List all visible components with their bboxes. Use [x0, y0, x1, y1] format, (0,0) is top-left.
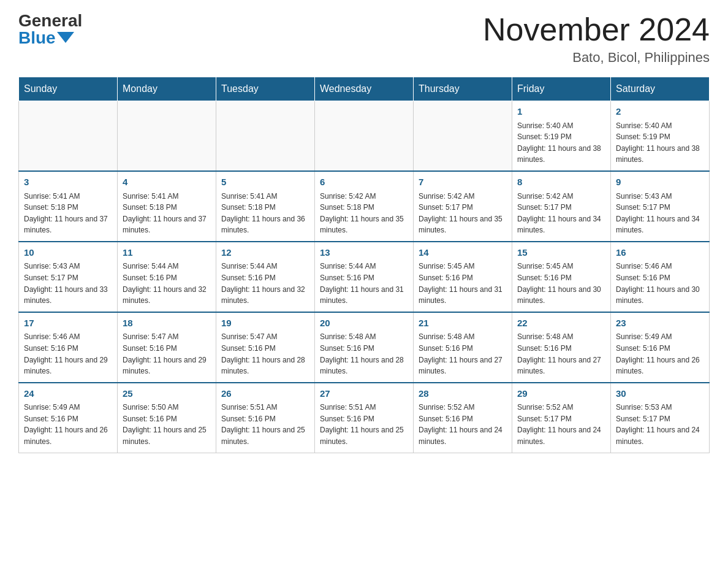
calendar-header-monday: Monday — [118, 77, 216, 101]
calendar-cell: 9Sunrise: 5:43 AM Sunset: 5:17 PM Daylig… — [611, 171, 710, 242]
logo: General Blue — [18, 12, 82, 47]
day-number: 30 — [616, 387, 704, 401]
calendar-cell: 17Sunrise: 5:46 AM Sunset: 5:16 PM Dayli… — [19, 312, 118, 383]
day-number: 6 — [320, 175, 408, 190]
calendar-cell: 13Sunrise: 5:44 AM Sunset: 5:16 PM Dayli… — [315, 242, 414, 312]
calendar-cell: 20Sunrise: 5:48 AM Sunset: 5:16 PM Dayli… — [315, 312, 414, 383]
calendar-cell: 1Sunrise: 5:40 AM Sunset: 5:19 PM Daylig… — [512, 101, 611, 171]
day-number: 1 — [517, 105, 605, 119]
logo-arrow-icon — [57, 32, 74, 43]
calendar-cell: 4Sunrise: 5:41 AM Sunset: 5:18 PM Daylig… — [118, 171, 216, 242]
calendar-cell: 12Sunrise: 5:44 AM Sunset: 5:16 PM Dayli… — [216, 242, 315, 312]
day-info: Sunrise: 5:45 AM Sunset: 5:16 PM Dayligh… — [419, 261, 507, 306]
day-number: 26 — [221, 387, 309, 401]
calendar-cell: 6Sunrise: 5:42 AM Sunset: 5:18 PM Daylig… — [315, 171, 414, 242]
day-info: Sunrise: 5:44 AM Sunset: 5:16 PM Dayligh… — [123, 261, 211, 306]
calendar-cell: 2Sunrise: 5:40 AM Sunset: 5:19 PM Daylig… — [611, 101, 710, 171]
calendar-cell: 14Sunrise: 5:45 AM Sunset: 5:16 PM Dayli… — [414, 242, 512, 312]
day-info: Sunrise: 5:48 AM Sunset: 5:16 PM Dayligh… — [517, 331, 605, 377]
calendar-cell: 3Sunrise: 5:41 AM Sunset: 5:18 PM Daylig… — [19, 171, 118, 242]
calendar-header-wednesday: Wednesday — [315, 77, 414, 101]
calendar-week-3: 10Sunrise: 5:43 AM Sunset: 5:17 PM Dayli… — [19, 242, 710, 312]
day-info: Sunrise: 5:42 AM Sunset: 5:17 PM Dayligh… — [517, 191, 605, 236]
day-info: Sunrise: 5:40 AM Sunset: 5:19 PM Dayligh… — [517, 120, 605, 166]
day-number: 15 — [517, 246, 605, 260]
day-number: 13 — [320, 246, 408, 260]
calendar-table: SundayMondayTuesdayWednesdayThursdayFrid… — [18, 77, 710, 453]
calendar-cell: 26Sunrise: 5:51 AM Sunset: 5:16 PM Dayli… — [216, 383, 315, 453]
day-info: Sunrise: 5:41 AM Sunset: 5:18 PM Dayligh… — [221, 191, 309, 236]
calendar-header-tuesday: Tuesday — [216, 77, 315, 101]
calendar-cell: 18Sunrise: 5:47 AM Sunset: 5:16 PM Dayli… — [118, 312, 216, 383]
day-number: 23 — [616, 316, 704, 331]
day-number: 28 — [419, 387, 507, 401]
location-title: Bato, Bicol, Philippines — [483, 50, 710, 66]
day-info: Sunrise: 5:42 AM Sunset: 5:17 PM Dayligh… — [419, 191, 507, 236]
day-number: 10 — [24, 246, 112, 260]
calendar-cell: 21Sunrise: 5:48 AM Sunset: 5:16 PM Dayli… — [414, 312, 512, 383]
calendar-header-friday: Friday — [512, 77, 611, 101]
calendar-cell: 5Sunrise: 5:41 AM Sunset: 5:18 PM Daylig… — [216, 171, 315, 242]
day-info: Sunrise: 5:41 AM Sunset: 5:18 PM Dayligh… — [123, 191, 211, 236]
day-info: Sunrise: 5:44 AM Sunset: 5:16 PM Dayligh… — [320, 261, 408, 306]
day-number: 7 — [419, 175, 507, 190]
calendar-cell: 29Sunrise: 5:52 AM Sunset: 5:17 PM Dayli… — [512, 383, 611, 453]
day-info: Sunrise: 5:43 AM Sunset: 5:17 PM Dayligh… — [616, 191, 704, 236]
day-info: Sunrise: 5:44 AM Sunset: 5:16 PM Dayligh… — [221, 261, 309, 306]
calendar-cell: 22Sunrise: 5:48 AM Sunset: 5:16 PM Dayli… — [512, 312, 611, 383]
day-number: 21 — [419, 316, 507, 331]
calendar-cell — [118, 101, 216, 171]
day-number: 12 — [221, 246, 309, 260]
day-info: Sunrise: 5:47 AM Sunset: 5:16 PM Dayligh… — [221, 331, 309, 377]
day-number: 18 — [123, 316, 211, 331]
calendar-cell: 27Sunrise: 5:51 AM Sunset: 5:16 PM Dayli… — [315, 383, 414, 453]
day-info: Sunrise: 5:49 AM Sunset: 5:16 PM Dayligh… — [24, 402, 112, 447]
day-info: Sunrise: 5:47 AM Sunset: 5:16 PM Dayligh… — [123, 331, 211, 377]
calendar-cell — [414, 101, 512, 171]
logo-general-text: General — [18, 12, 82, 29]
calendar-cell: 23Sunrise: 5:49 AM Sunset: 5:16 PM Dayli… — [611, 312, 710, 383]
day-number: 4 — [123, 175, 211, 190]
day-number: 25 — [123, 387, 211, 401]
day-number: 19 — [221, 316, 309, 331]
calendar-week-2: 3Sunrise: 5:41 AM Sunset: 5:18 PM Daylig… — [19, 171, 710, 242]
calendar-week-4: 17Sunrise: 5:46 AM Sunset: 5:16 PM Dayli… — [19, 312, 710, 383]
title-area: November 2024 Bato, Bicol, Philippines — [483, 12, 710, 66]
logo-blue-text: Blue — [18, 29, 56, 47]
day-info: Sunrise: 5:50 AM Sunset: 5:16 PM Dayligh… — [123, 402, 211, 447]
calendar-header-sunday: Sunday — [19, 77, 118, 101]
calendar-cell: 25Sunrise: 5:50 AM Sunset: 5:16 PM Dayli… — [118, 383, 216, 453]
calendar-cell — [19, 101, 118, 171]
month-title: November 2024 — [483, 12, 710, 47]
day-info: Sunrise: 5:53 AM Sunset: 5:17 PM Dayligh… — [616, 402, 704, 447]
day-info: Sunrise: 5:46 AM Sunset: 5:16 PM Dayligh… — [24, 331, 112, 377]
calendar-week-5: 24Sunrise: 5:49 AM Sunset: 5:16 PM Dayli… — [19, 383, 710, 453]
day-number: 24 — [24, 387, 112, 401]
calendar-cell: 10Sunrise: 5:43 AM Sunset: 5:17 PM Dayli… — [19, 242, 118, 312]
calendar-cell: 28Sunrise: 5:52 AM Sunset: 5:16 PM Dayli… — [414, 383, 512, 453]
day-number: 14 — [419, 246, 507, 260]
calendar-header-row: SundayMondayTuesdayWednesdayThursdayFrid… — [19, 77, 710, 101]
day-number: 27 — [320, 387, 408, 401]
calendar-cell: 19Sunrise: 5:47 AM Sunset: 5:16 PM Dayli… — [216, 312, 315, 383]
day-number: 2 — [616, 105, 704, 119]
day-info: Sunrise: 5:48 AM Sunset: 5:16 PM Dayligh… — [419, 331, 507, 377]
day-number: 29 — [517, 387, 605, 401]
day-info: Sunrise: 5:40 AM Sunset: 5:19 PM Dayligh… — [616, 120, 704, 166]
calendar-cell: 24Sunrise: 5:49 AM Sunset: 5:16 PM Dayli… — [19, 383, 118, 453]
day-info: Sunrise: 5:45 AM Sunset: 5:16 PM Dayligh… — [517, 261, 605, 306]
calendar-cell: 8Sunrise: 5:42 AM Sunset: 5:17 PM Daylig… — [512, 171, 611, 242]
calendar-header-saturday: Saturday — [611, 77, 710, 101]
calendar-header-thursday: Thursday — [414, 77, 512, 101]
day-info: Sunrise: 5:42 AM Sunset: 5:18 PM Dayligh… — [320, 191, 408, 236]
day-info: Sunrise: 5:52 AM Sunset: 5:17 PM Dayligh… — [517, 402, 605, 447]
day-number: 8 — [517, 175, 605, 190]
day-number: 17 — [24, 316, 112, 331]
day-info: Sunrise: 5:48 AM Sunset: 5:16 PM Dayligh… — [320, 331, 408, 377]
day-info: Sunrise: 5:51 AM Sunset: 5:16 PM Dayligh… — [320, 402, 408, 447]
calendar-cell: 15Sunrise: 5:45 AM Sunset: 5:16 PM Dayli… — [512, 242, 611, 312]
calendar-cell: 30Sunrise: 5:53 AM Sunset: 5:17 PM Dayli… — [611, 383, 710, 453]
day-number: 5 — [221, 175, 309, 190]
day-info: Sunrise: 5:52 AM Sunset: 5:16 PM Dayligh… — [419, 402, 507, 447]
day-number: 3 — [24, 175, 112, 190]
